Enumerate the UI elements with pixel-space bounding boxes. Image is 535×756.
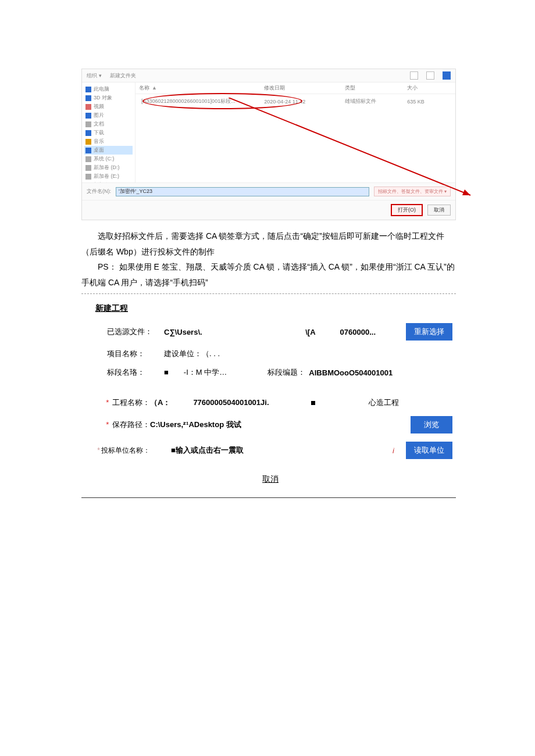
paragraph-2: PS： 如果使用 E 签宝、翔晟、天威等介质 CA 锁，请选择“插入 CA 锁”… (81, 259, 456, 290)
sidebar-pictures[interactable]: 图片 (84, 111, 133, 120)
filename-label: 文件名(N): (87, 188, 111, 195)
col-name[interactable]: 名称 (139, 85, 149, 91)
instruction-text: 选取好招标文件后，需要选择 CA 锁签章方式，随后点击“确定”按钮后即可新建一个… (81, 228, 456, 290)
row-source-file: 已选源文件： C∑\Users\. \[A 0760000... 重新选择 (88, 323, 452, 341)
help-icon[interactable] (443, 71, 451, 80)
row-project-name: 项目名称： 建设单位：（. . . (88, 349, 452, 359)
divider-solid (81, 497, 456, 498)
project-name-value: 建设单位：（. . . (164, 349, 220, 359)
sidebar-label: 系统 (C:) (94, 155, 115, 163)
list-header: 名称▲ 修改日期 类型 大小 (135, 83, 455, 94)
dialog-sidebar: 此电脑 3D 对象 视频 图片 文档 下载 音乐 桌面 系统 (C:) 新加卷 … (82, 83, 135, 182)
sidebar-music[interactable]: 音乐 (84, 137, 133, 146)
sidebar-desktop[interactable]: 桌面 (84, 146, 133, 155)
source-file-label: 已选源文件： (88, 327, 164, 337)
sidebar-label: 此电脑 (94, 85, 109, 93)
divider-dotted (81, 293, 456, 294)
paragraph-1: 选取好招标文件后，需要选择 CA 锁签章方式，随后点击“确定”按钮后即可新建一个… (81, 228, 456, 259)
sidebar-downloads[interactable]: 下载 (84, 128, 133, 137)
file-date-cell: 2020-04-24 11:42 (264, 99, 344, 105)
sidebar-label: 新加卷 (E:) (94, 173, 119, 180)
project-name-label: 项目名称： (88, 349, 164, 359)
file-type-filter[interactable]: 招标文件、答疑文件、资审文件 ▾ (374, 187, 451, 196)
section-code-label: 标段编题： (268, 367, 305, 378)
cancel-row: 取消 (88, 474, 452, 485)
sidebar-label: 新加卷 ... (94, 181, 115, 182)
row-eng-name: * 工程名称： （A： 7760000504001001Ji. 心造工程 (88, 397, 452, 408)
sidebar-videos[interactable]: 视频 (84, 102, 133, 111)
row-bidder: *投标单位名称： ■输入或点击右一震取 i 读取单位 (88, 442, 452, 459)
file-open-dialog: 组织 ▾ 新建文件夹 此电脑 3D 对象 视频 图片 文档 下载 音乐 桌面 系… (81, 69, 456, 220)
file-type-cell: 雄域招标文件 (345, 98, 408, 105)
svg-marker-1 (462, 189, 470, 195)
col-size[interactable]: 大小 (407, 85, 418, 91)
reselect-button[interactable]: 重新选择 (406, 323, 452, 341)
save-path-label: * 保存路径： (88, 420, 150, 430)
sidebar-label: 下载 (94, 129, 104, 137)
save-path-value: C:\Users,ᶻ¹ADesktop 我试 (150, 420, 241, 430)
file-size-cell: 635 KB (407, 99, 452, 105)
source-file-value-3: 0760000... (340, 328, 376, 336)
dialog-buttons-row: 打开(O) 取消 (82, 200, 455, 220)
sidebar-label: 3D 对象 (94, 94, 112, 102)
row-section: 标段名珞： ■ -I：M 中学… 标段编题： AIBBMOooO50400100… (88, 367, 452, 378)
section-name-value: ■ -I：M 中学… (164, 367, 227, 378)
sort-asc-icon: ▲ (152, 85, 157, 91)
sidebar-label: 图片 (94, 112, 104, 119)
bidder-placeholder[interactable]: ■输入或点击右一震取 (171, 445, 244, 456)
bidder-label: *投标单位名称： (88, 446, 150, 456)
new-folder-button[interactable]: 新建文件夹 (110, 72, 136, 80)
preview-icon[interactable] (426, 71, 434, 80)
col-type[interactable]: 类型 (345, 85, 355, 91)
dialog-bottom: 文件名(N): '加密件'_YC23 招标文件、答疑文件、资审文件 ▾ (82, 182, 455, 200)
file-list: 名称▲ 修改日期 类型 大小 [A3306021280000266001001]… (135, 83, 455, 182)
block-icon (311, 401, 315, 405)
sidebar-label: 音乐 (94, 138, 104, 145)
sidebar-drive-other[interactable]: 新加卷 ... (84, 181, 133, 182)
filename-input[interactable]: '加密件'_YC23 (116, 187, 369, 196)
form-title: 新建工程 (95, 303, 456, 314)
source-file-value-1: C∑\Users\. (164, 328, 202, 336)
section-code-value: AIBBMOooO504001001 (309, 368, 393, 377)
sidebar-documents[interactable]: 文档 (84, 120, 133, 128)
file-row[interactable]: [A3306021280000266001001]001标段... 2020-0… (135, 94, 455, 109)
info-icon: i (393, 446, 394, 455)
sidebar-label: 文档 (94, 120, 104, 128)
new-project-form: 新建工程 已选源文件： C∑\Users\. \[A 0760000... 重新… (81, 300, 456, 495)
form-cancel-button[interactable]: 取消 (262, 474, 279, 483)
source-file-value-2: \[A (305, 328, 315, 336)
organize-button[interactable]: 组织 ▾ (87, 72, 102, 80)
open-button[interactable]: 打开(O) (391, 204, 423, 216)
eng-name-value-1: （A： 7760000504001001Ji. (150, 397, 269, 408)
view-icon[interactable] (410, 71, 418, 80)
sidebar-label: 桌面 (94, 146, 104, 154)
browse-button[interactable]: 浏览 (411, 416, 452, 433)
sidebar-drive-d[interactable]: 新加卷 (D:) (84, 163, 133, 172)
eng-name-label: * 工程名称： (88, 397, 150, 408)
row-save-path: * 保存路径： C:\Users,ᶻ¹ADesktop 我试 浏览 (88, 416, 452, 433)
file-name-cell: [A3306021280000266001001]001标段... (141, 98, 236, 104)
dialog-cancel-button[interactable]: 取消 (427, 205, 451, 216)
read-unit-button[interactable]: 读取单位 (406, 442, 452, 459)
sidebar-label: 视频 (94, 103, 104, 110)
sidebar-this-pc[interactable]: 此电脑 (84, 85, 133, 94)
section-name-label: 标段名珞： (88, 367, 164, 378)
sidebar-3d-objects[interactable]: 3D 对象 (84, 94, 133, 102)
svg-line-0 (229, 98, 470, 195)
eng-name-value-2: 心造工程 (369, 397, 399, 408)
sidebar-label: 新加卷 (D:) (94, 164, 120, 171)
sidebar-drive-c[interactable]: 系统 (C:) (84, 155, 133, 163)
col-date[interactable]: 修改日期 (264, 85, 285, 91)
sidebar-drive-e[interactable]: 新加卷 (E:) (84, 172, 133, 181)
dialog-toolbar: 组织 ▾ 新建文件夹 (82, 69, 455, 83)
